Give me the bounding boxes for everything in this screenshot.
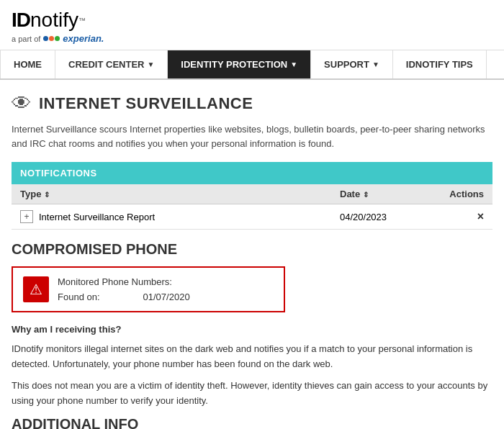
monitored-label: Monitored Phone Numbers:: [58, 276, 190, 287]
page-title: INTERNET SURVEILLANCE: [39, 94, 253, 113]
type-sort-arrow[interactable]: ⇕: [44, 191, 50, 199]
found-row: Found on: 01/07/2020: [58, 292, 190, 302]
expand-button[interactable]: +: [20, 210, 33, 223]
logo: ID notify ™: [12, 9, 492, 32]
alert-content: Monitored Phone Numbers: Found on: 01/07…: [58, 276, 190, 302]
col-type-header: Type ⇕: [20, 189, 340, 199]
logo-area: ID notify ™ a part of experian.: [12, 9, 492, 44]
found-label: Found on:: [58, 292, 100, 302]
nav-tips-label: IDNOTIFY TIPS: [406, 59, 473, 70]
found-date: 01/07/2020: [143, 292, 190, 302]
dot-blue: [43, 36, 48, 41]
dot-green: [55, 36, 60, 41]
compromised-title: COMPROMISED PHONE: [12, 241, 492, 258]
nav-support-label: SUPPORT: [324, 59, 369, 70]
experian-name: experian.: [63, 33, 104, 44]
logo-notify: notify: [30, 9, 78, 32]
experian-dots: [43, 36, 60, 41]
table-header: Type ⇕ Date ⇕ Actions: [12, 184, 492, 204]
main-nav: HOME CREDIT CENTER ▼ IDENTITY PROTECTION…: [0, 50, 504, 80]
nav-home[interactable]: HOME: [0, 50, 55, 78]
why-text-1: IDnotify monitors illegal internet sites…: [12, 342, 492, 372]
table-row: + Internet Surveillance Report 04/20/202…: [12, 204, 492, 230]
col-actions-header: Actions: [426, 189, 484, 199]
row-actions: ×: [426, 210, 484, 223]
site-header: ID notify ™ a part of experian.: [0, 0, 504, 50]
col-date-header: Date ⇕: [340, 189, 426, 199]
page-description: Internet Surveillance scours Internet pr…: [12, 122, 492, 150]
date-sort-arrow[interactable]: ⇕: [363, 191, 369, 199]
page-content: 👁 INTERNET SURVEILLANCE Internet Surveil…: [0, 80, 504, 429]
dot-red: [49, 36, 54, 41]
compromised-section: COMPROMISED PHONE ⚠ Monitored Phone Numb…: [12, 230, 492, 429]
page-title-row: 👁 INTERNET SURVEILLANCE: [12, 91, 492, 115]
why-section: Why am I receiving this? IDnotify monito…: [12, 322, 492, 409]
logo-tm: ™: [78, 17, 86, 24]
nav-identity-protection[interactable]: IDENTITY PROTECTION ▼: [168, 50, 311, 78]
identity-protection-caret: ▼: [290, 60, 297, 68]
additional-info-title: ADDITIONAL INFO: [12, 416, 492, 429]
nav-support[interactable]: SUPPORT ▼: [311, 50, 393, 78]
notifications-header: NOTIFICATIONS: [12, 162, 492, 184]
warning-icon: ⚠: [30, 282, 42, 297]
why-text-2: This does not mean you are a victim of i…: [12, 379, 492, 409]
support-caret: ▼: [372, 60, 379, 68]
nav-idnotify-tips[interactable]: IDNOTIFY TIPS: [393, 50, 487, 78]
row-date: 04/20/2023: [340, 212, 426, 222]
why-title: Why am I receiving this?: [12, 322, 492, 338]
logo-id: ID: [12, 9, 30, 32]
nav-credit-center[interactable]: CREDIT CENTER ▼: [55, 50, 168, 78]
credit-center-caret: ▼: [147, 60, 154, 68]
experian-line: a part of experian.: [12, 33, 492, 44]
alert-box: ⚠ Monitored Phone Numbers: Found on: 01/…: [12, 266, 285, 312]
experian-prefix: a part of: [12, 35, 40, 43]
alert-icon: ⚠: [23, 276, 49, 302]
delete-button[interactable]: ×: [477, 210, 484, 222]
notifications-section: NOTIFICATIONS Type ⇕ Date ⇕ Actions + In…: [12, 162, 492, 230]
row-label: Internet Surveillance Report: [39, 212, 340, 222]
nav-identity-protection-label: IDENTITY PROTECTION: [181, 59, 287, 70]
nav-home-label: HOME: [14, 59, 42, 70]
eye-icon: 👁: [12, 91, 32, 115]
nav-credit-center-label: CREDIT CENTER: [68, 59, 144, 70]
